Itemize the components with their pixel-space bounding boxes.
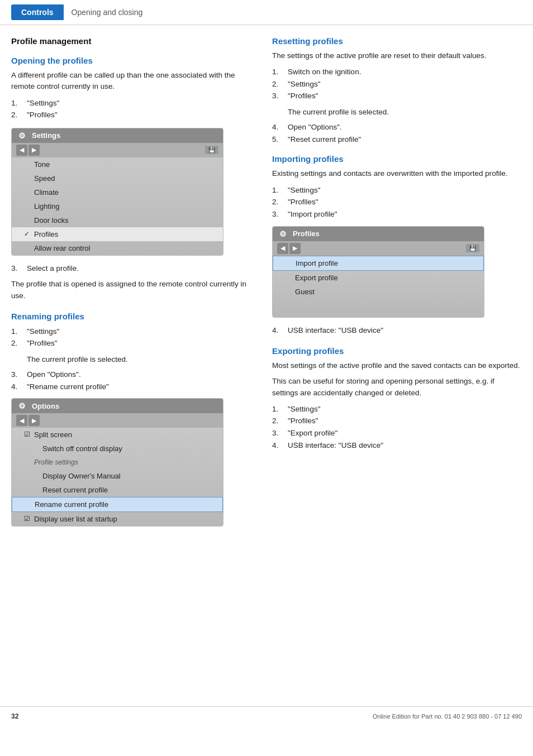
arrow-right-prof[interactable]: ▶ bbox=[289, 243, 301, 254]
exporting-body2: This can be useful for storing and openi… bbox=[272, 376, 522, 399]
opening-body2: The profile that is opened is assigned t… bbox=[11, 279, 250, 302]
arrow-left[interactable]: ◀ bbox=[16, 145, 27, 156]
step-item: 1.Switch on the ignition. bbox=[272, 66, 522, 78]
gear-icon: ⚙ bbox=[18, 131, 27, 140]
settings-item-tone: Tone bbox=[12, 157, 223, 171]
settings-ui-panel: ⚙ Settings ◀ ▶ 💾 Tone Speed Climate Ligh… bbox=[11, 128, 223, 256]
opening-step3: 3.Select a profile. bbox=[11, 262, 250, 275]
settings-panel-body: Tone Speed Climate Lighting Door locks ✓… bbox=[12, 157, 223, 255]
settings-item-climate: Climate bbox=[12, 185, 223, 199]
profiles-ui-panel: ⚙ Profiles ◀ ▶ 💾 Import profile Export p… bbox=[272, 226, 484, 318]
nav-arrows-prof: ◀ ▶ bbox=[277, 243, 301, 254]
profiles-item-guest: Guest bbox=[273, 285, 484, 299]
opening-steps: 1."Settings" 2."Profiles" bbox=[11, 97, 250, 121]
settings-item-speed: Speed bbox=[12, 171, 223, 185]
section-resetting-title: Resetting profiles bbox=[272, 36, 522, 46]
step-item: 2."Profiles" bbox=[11, 337, 250, 350]
left-column: Profile management Opening the profiles … bbox=[11, 36, 266, 695]
resetting-steps-cont: 4.Open "Options". 5."Reset current profi… bbox=[272, 121, 522, 145]
page-title: Profile management bbox=[11, 36, 250, 46]
options-ui-panel: ⚙ Options ◀ ▶ ☑ Split screen Switch off … bbox=[11, 398, 223, 527]
checkmark-icon: ✓ bbox=[24, 230, 30, 238]
step-item: 1."Settings" bbox=[11, 326, 250, 338]
step-item: 1."Settings" bbox=[272, 403, 522, 415]
step-item: 4."Rename current profile" bbox=[11, 381, 250, 393]
checkbox-icon: ☑ bbox=[24, 430, 30, 438]
footer: 32 Online Edition for Part no. 01 40 2 9… bbox=[0, 706, 533, 726]
importing-steps: 1."Settings" 2."Profiles" 3."Import prof… bbox=[272, 184, 522, 221]
settings-panel-title: Settings bbox=[32, 131, 60, 140]
profiles-panel-titlebar: ⚙ Profiles bbox=[273, 227, 484, 241]
resetting-note: The current profile is selected. bbox=[272, 107, 522, 118]
resetting-body: The settings of the active profile are r… bbox=[272, 50, 522, 61]
renaming-steps-cont: 3.Open "Options". 4."Rename current prof… bbox=[11, 369, 250, 393]
nav-separator: Opening and closing bbox=[64, 4, 151, 20]
options-panel-body: ☑ Split screen Switch off control displa… bbox=[12, 428, 223, 526]
options-item-switchoff: Switch off control display bbox=[12, 442, 223, 456]
step-item: 4.USB interface: "USB device" bbox=[272, 439, 522, 452]
profiles-panel-title: Profiles bbox=[293, 229, 320, 238]
section-importing-title: Importing profiles bbox=[272, 154, 522, 164]
step-item: 2."Profiles" bbox=[11, 109, 250, 121]
step-item: 2."Profiles" bbox=[272, 415, 522, 427]
step-item: 3."Import profile" bbox=[272, 208, 522, 221]
profiles-item-import: Import profile bbox=[273, 256, 484, 271]
options-item-userlist: ☑ Display user list at startup bbox=[12, 512, 223, 526]
renaming-note: The current profile is selected. bbox=[11, 354, 250, 365]
options-panel-nav: ◀ ▶ bbox=[12, 413, 223, 428]
options-item-rename: Rename current profile bbox=[12, 497, 223, 512]
step-item: 3.Open "Options". bbox=[11, 369, 250, 381]
step-item: 3.Select a profile. bbox=[11, 262, 250, 275]
step-item: 1."Settings" bbox=[272, 184, 522, 197]
usb-icon-profiles: 💾 bbox=[466, 244, 479, 252]
settings-panel-titlebar: ⚙ Settings bbox=[12, 128, 223, 143]
settings-panel-nav: ◀ ▶ 💾 bbox=[12, 143, 223, 157]
right-column: Resetting profiles The settings of the a… bbox=[266, 36, 522, 695]
settings-item-profiles: ✓ Profiles bbox=[12, 227, 223, 241]
usb-icon: 💾 bbox=[205, 146, 218, 154]
settings-item-doorlocks: Door locks bbox=[12, 213, 223, 227]
settings-item-lighting: Lighting bbox=[12, 199, 223, 213]
step-item: 5."Reset current profile" bbox=[272, 133, 522, 146]
profiles-panel-nav: ◀ ▶ 💾 bbox=[273, 241, 484, 256]
importing-step4: 4.USB interface: "USB device" bbox=[272, 324, 522, 337]
step-item: 3."Export profile" bbox=[272, 427, 522, 439]
settings-item-rearcontrol: Allow rear control bbox=[12, 241, 223, 255]
options-item-reset: Reset current profile bbox=[12, 483, 223, 497]
page-number: 32 bbox=[11, 712, 18, 720]
exporting-body1: Most settings of the active profile and … bbox=[272, 360, 522, 371]
step-item: 4.USB interface: "USB device" bbox=[272, 324, 522, 337]
gear-icon-options: ⚙ bbox=[18, 401, 27, 410]
options-panel-title: Options bbox=[32, 402, 59, 410]
section-renaming-title: Renaming profiles bbox=[11, 312, 250, 321]
step-item: 3."Profiles" bbox=[272, 90, 522, 102]
profiles-item-export: Export profile bbox=[273, 271, 484, 285]
nav-tab-controls[interactable]: Controls bbox=[11, 4, 64, 20]
nav-arrows-opt: ◀ ▶ bbox=[16, 415, 40, 426]
section-exporting-title: Exporting profiles bbox=[272, 346, 522, 356]
options-panel-titlebar: ⚙ Options bbox=[12, 399, 223, 413]
opening-body: A different profile can be called up tha… bbox=[11, 70, 250, 93]
step-item: 2."Settings" bbox=[272, 78, 522, 90]
section-opening-title: Opening the profiles bbox=[11, 56, 250, 65]
nav-arrows: ◀ ▶ bbox=[16, 145, 40, 156]
arrow-right-opt[interactable]: ▶ bbox=[28, 415, 40, 426]
arrow-right[interactable]: ▶ bbox=[28, 145, 40, 156]
footer-text: Online Edition for Part no. 01 40 2 903 … bbox=[373, 713, 522, 720]
renaming-steps: 1."Settings" 2."Profiles" bbox=[11, 326, 250, 350]
top-navigation: Controls Opening and closing bbox=[0, 0, 533, 25]
checkbox-icon-2: ☑ bbox=[24, 515, 30, 523]
step-item: 1."Settings" bbox=[11, 97, 250, 109]
arrow-left-opt[interactable]: ◀ bbox=[16, 415, 27, 426]
step-item: 2."Profiles" bbox=[272, 196, 522, 208]
arrow-left-prof[interactable]: ◀ bbox=[277, 243, 288, 254]
resetting-steps: 1.Switch on the ignition. 2."Settings" 3… bbox=[272, 66, 522, 102]
gear-icon-profiles: ⚙ bbox=[279, 229, 288, 238]
profiles-panel-body: Import profile Export profile Guest bbox=[273, 256, 484, 317]
options-item-splitscreen: ☑ Split screen bbox=[12, 428, 223, 442]
options-item-manual: Display Owner's Manual bbox=[12, 469, 223, 483]
options-section-profile: Profile settings bbox=[12, 456, 223, 469]
importing-body: Existing settings and contacts are overw… bbox=[272, 168, 522, 179]
step-item: 4.Open "Options". bbox=[272, 121, 522, 133]
exporting-steps: 1."Settings" 2."Profiles" 3."Export prof… bbox=[272, 403, 522, 451]
